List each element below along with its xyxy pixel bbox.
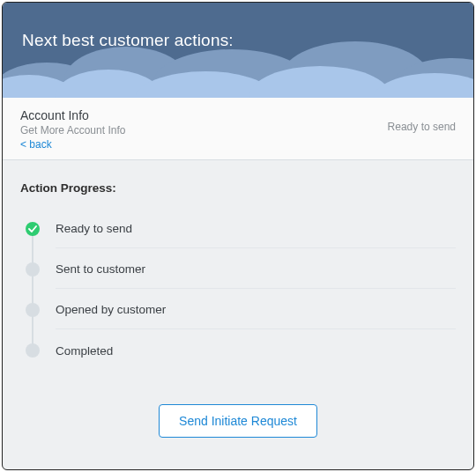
progress-steps: Ready to send Sent to customer Opened by…	[26, 209, 456, 371]
checkmark-icon	[26, 222, 40, 236]
step-label: Completed	[56, 332, 456, 370]
progress-step: Sent to customer	[26, 249, 456, 290]
action-area: Send Initiate Request	[20, 387, 456, 452]
info-bar: Account Info Get More Account Info < bac…	[3, 98, 473, 160]
progress-step: Ready to send	[26, 209, 456, 249]
send-initiate-request-button[interactable]: Send Initiate Request	[159, 404, 317, 438]
step-label: Ready to send	[56, 210, 456, 248]
step-label: Opened by customer	[56, 291, 456, 329]
progress-step: Opened by customer	[26, 290, 456, 330]
status-text: Ready to send	[388, 121, 456, 133]
progress-section-title: Action Progress:	[20, 181, 456, 195]
info-title: Account Info	[20, 108, 125, 122]
info-subtitle: Get More Account Info	[20, 124, 125, 136]
step-label: Sent to customer	[56, 250, 456, 289]
header: Next best customer actions:	[3, 3, 473, 98]
info-left: Account Info Get More Account Info < bac…	[20, 108, 125, 151]
widget-card: Next best customer actions: Account Info…	[2, 2, 474, 470]
back-link[interactable]: < back	[20, 138, 125, 151]
progress-step: Completed	[26, 330, 456, 371]
step-dot-icon	[26, 303, 40, 317]
step-dot-icon	[26, 343, 40, 358]
step-dot-icon	[26, 262, 40, 277]
body: Action Progress: Ready to send Sent to c…	[3, 160, 473, 469]
header-title: Next best customer actions:	[3, 3, 473, 50]
